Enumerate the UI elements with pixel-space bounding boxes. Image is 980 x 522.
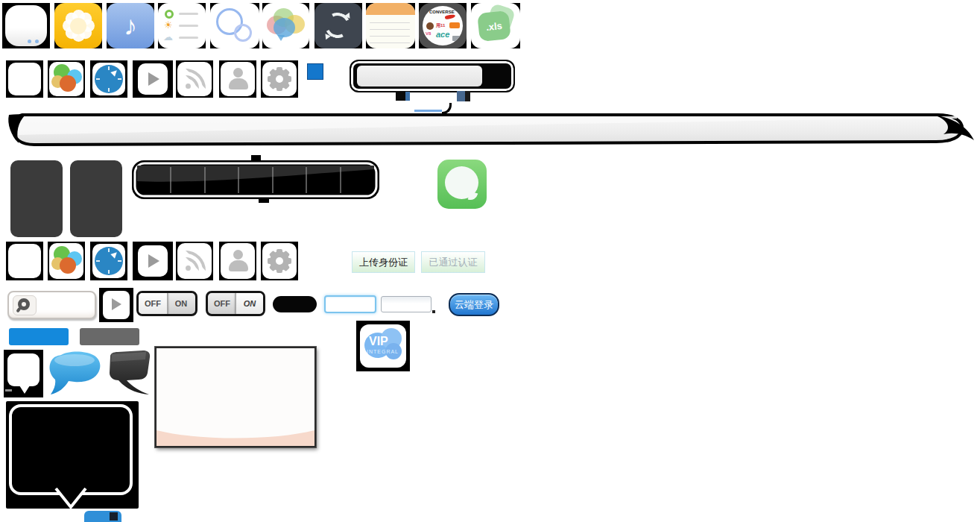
brand-logos-app-tile[interactable]: CONVERSE 用11 V8 ace: [419, 3, 467, 48]
sprite-canvas: ♪ ☀ ☁: [0, 0, 980, 522]
tooltip-border: [9, 404, 133, 495]
color-balls-icon: [49, 62, 83, 96]
message-bubble-icon[interactable]: [437, 160, 487, 209]
clipped-blue-button[interactable]: [84, 511, 121, 522]
sprite-fragment: [5, 389, 12, 392]
brand-logos-icon: CONVERSE 用11 V8 ace: [419, 3, 467, 48]
segmented-black-bar[interactable]: [131, 160, 380, 200]
play-tile-sm[interactable]: [133, 60, 173, 98]
speech-bubble-white: [7, 353, 39, 386]
vip-title: VIP: [369, 335, 388, 348]
sprite-fragment: [396, 92, 405, 101]
verified-button[interactable]: 已通过认证: [421, 251, 485, 273]
rss-tile-sm[interactable]: [176, 60, 213, 98]
gray-bar-button[interactable]: [80, 328, 139, 345]
dark-card: [70, 160, 122, 237]
sprite-fragment: [110, 512, 118, 521]
flower-app-tile[interactable]: [54, 3, 102, 48]
xls-badge: .xls: [477, 10, 511, 42]
black-tooltip-bubble: [6, 401, 139, 509]
green-circle-icon: [165, 10, 174, 19]
toggle-off-on-a[interactable]: OFF ON: [136, 291, 197, 316]
user-body: [229, 78, 248, 89]
glossy-banner: [0, 109, 980, 154]
music-note-icon: ♪: [107, 3, 154, 48]
circles-app-tile[interactable]: [210, 3, 259, 48]
gear-tile-sm[interactable]: [261, 60, 298, 98]
cloud-login-button[interactable]: 云端登录: [449, 293, 499, 316]
vip-badge-icon: VIP INTEGRAL: [360, 324, 406, 368]
tooltip-tail: [47, 488, 95, 509]
flower-center: [70, 18, 86, 34]
sprite-fragment: [465, 91, 470, 101]
blank-app-tile-sm[interactable]: [6, 242, 43, 280]
gear-tile-sm[interactable]: [261, 242, 298, 280]
gear-icon: [262, 62, 297, 96]
circles-icon: [210, 3, 259, 48]
sync-app-tile[interactable]: [314, 3, 362, 48]
nike-swoosh: [445, 14, 456, 20]
monkey-logo: [426, 22, 434, 30]
bubble-tail: [277, 35, 285, 41]
upload-id-button[interactable]: 上传身份证: [352, 251, 415, 273]
notepad-app-tile[interactable]: [366, 3, 415, 48]
bubble-tail: [19, 386, 30, 394]
brand-cn-text: 用11: [436, 22, 445, 29]
color-balls-tile-sm[interactable]: [48, 60, 85, 98]
chat-bubbles-app-tile[interactable]: [262, 3, 309, 48]
blank-app-tile-sm[interactable]: [6, 60, 43, 98]
vip-badge-tile[interactable]: VIP INTEGRAL: [356, 321, 410, 371]
text-input[interactable]: [381, 296, 431, 312]
notepad-header: [366, 3, 415, 15]
toggle-off-on-b[interactable]: OFF ON: [206, 291, 265, 316]
play-tile-sm[interactable]: [133, 242, 173, 280]
sprite-fragment: [432, 310, 435, 313]
clock-hand: [110, 68, 118, 76]
color-balls-tile-sm[interactable]: [48, 242, 85, 280]
vip-subtitle: INTEGRAL: [367, 349, 399, 354]
search-icon[interactable]: [13, 295, 37, 315]
upload-id-label: 上传身份证: [359, 256, 408, 269]
play-tile-sm[interactable]: [99, 288, 133, 322]
user-tile-sm[interactable]: [219, 242, 256, 280]
user-icon: [221, 243, 255, 279]
cap-logo: [452, 36, 461, 41]
clock-hand: [110, 250, 118, 258]
toggle-b-off-label: OFF: [208, 293, 236, 314]
clock-tile-sm[interactable]: [90, 60, 127, 98]
play-icon: [138, 245, 168, 277]
music-note-glyph: ♪: [124, 13, 137, 40]
rss-icon: [177, 243, 212, 279]
cloud-icon: ☁: [163, 31, 173, 43]
search-input[interactable]: [357, 66, 482, 87]
text-input-focused[interactable]: [324, 295, 376, 313]
xls-export-tile[interactable]: .xls: [471, 3, 520, 48]
music-app-tile[interactable]: ♪: [107, 3, 154, 48]
sun-icon: ☀: [164, 19, 173, 31]
checklist-app-tile[interactable]: ☀ ☁: [158, 3, 206, 48]
message-bubble-tail: [468, 192, 478, 201]
brand-ace-text: ace: [436, 30, 449, 39]
fanyen-logo: [449, 22, 460, 28]
color-balls-icon: [49, 243, 83, 279]
rss-icon: [177, 62, 212, 96]
clock-icon: [92, 244, 125, 278]
speech-bubble-black: [101, 349, 152, 398]
checklist-icon: ☀ ☁: [158, 3, 206, 48]
popover-pink-curve: [157, 348, 314, 446]
search-field[interactable]: [7, 291, 96, 319]
notepad-icon: [366, 3, 415, 48]
sprite-fragment: [405, 92, 410, 101]
clock-icon: [92, 63, 125, 95]
dot-icon: [35, 40, 39, 43]
toggle-b-on-label: ON: [236, 293, 263, 314]
user-tile-sm[interactable]: [219, 60, 256, 98]
blank-squircle-tile[interactable]: [2, 3, 50, 48]
search-bar-dark[interactable]: [350, 60, 515, 92]
blue-bar-button[interactable]: [9, 328, 69, 345]
clock-tile-sm[interactable]: [90, 242, 127, 280]
gear-icon: [262, 243, 297, 279]
dot-icon: [28, 40, 31, 43]
rss-tile-sm[interactable]: [176, 242, 213, 280]
xls-export-icon: .xls: [471, 3, 520, 48]
